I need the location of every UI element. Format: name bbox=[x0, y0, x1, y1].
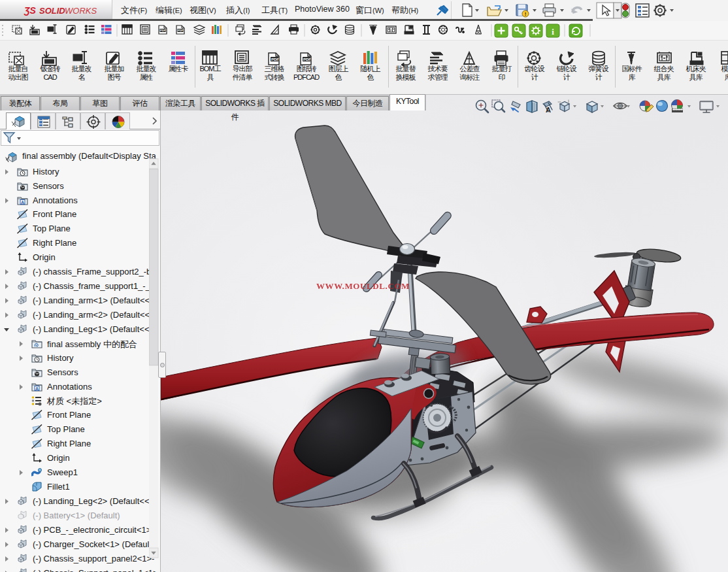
svg-text:i: i bbox=[552, 27, 554, 37]
svg-text:!: ! bbox=[525, 11, 527, 17]
svg-text:PDF: PDF bbox=[160, 29, 166, 32]
svg-text:A: A bbox=[546, 106, 551, 114]
svg-text:ƷS: ƷS bbox=[24, 5, 37, 16]
svg-text:PDF: PDF bbox=[178, 29, 184, 32]
svg-text:SOLID: SOLID bbox=[39, 6, 65, 16]
svg-text:WWW.MOULDL.COM: WWW.MOULDL.COM bbox=[316, 281, 410, 291]
svg-text:WORKS: WORKS bbox=[65, 6, 97, 16]
